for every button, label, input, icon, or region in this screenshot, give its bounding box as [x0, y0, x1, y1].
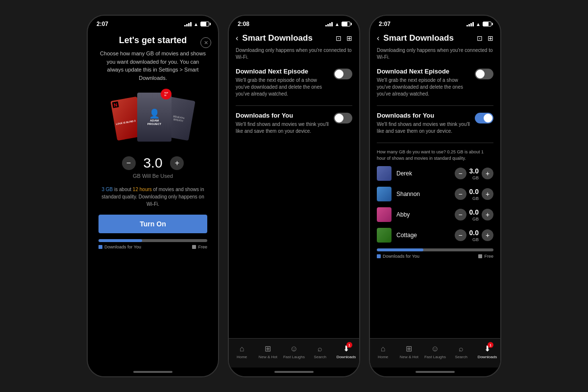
top10-badge: TOP10 [161, 89, 172, 99]
phone-3: 2:07 ▲ ‹ Smart Downloads ⊡ ⊞ Downloading… [369, 15, 501, 377]
download-next-text-2: Download Next Episode We'll grab the nex… [236, 68, 330, 98]
downloads-for-you-row-2: Downloads for You We'll find shows and m… [236, 112, 352, 135]
info-text: 3 GB is about 12 hours of movies and sho… [98, 186, 207, 208]
home-indicator-3 [370, 368, 500, 376]
status-time-2: 2:08 [238, 21, 249, 27]
tab-fast-laughs-2[interactable]: ☺ Fast Laughs [281, 344, 307, 359]
info-about: is about [114, 187, 133, 192]
gb-control-derek: − 3.0 GB + [455, 167, 493, 180]
status-bar-2: 2:08 ▲ [229, 16, 359, 29]
battery-icon-1 [200, 22, 209, 26]
cast-icon-3[interactable]: ⊡ [477, 34, 483, 42]
gb-unit-cottage: GB [469, 237, 479, 242]
gb-control-shannon: − 0.0 GB + [455, 187, 493, 201]
tab-downloads-3[interactable]: ⬇ 1 Downloads [474, 344, 500, 359]
gb-increase-abby[interactable]: + [482, 209, 493, 220]
profile-icon-2[interactable]: ⊞ [346, 34, 352, 42]
tab-fast-laughs-3[interactable]: ☺ Fast Laughs [422, 344, 448, 359]
downloads-for-you-toggle-2[interactable] [334, 113, 352, 123]
tab-downloads-label-2: Downloads [337, 355, 356, 359]
tab-search-3[interactable]: ⌕ Search [448, 344, 474, 359]
home-icon-2: ⌂ [240, 344, 245, 353]
gb-increase-cottage[interactable]: + [482, 229, 493, 241]
tab-search-2[interactable]: ⌕ Search [307, 344, 333, 359]
decrease-button[interactable]: − [122, 156, 136, 170]
tab-home-3[interactable]: ⌂ Home [370, 344, 396, 359]
home-icon-3: ⌂ [381, 344, 386, 353]
status-bar-1: 2:07 ▲ [88, 16, 218, 29]
increase-button[interactable]: + [170, 156, 184, 170]
turn-on-button[interactable]: Turn On [98, 215, 207, 233]
wifi-notice-3: Downloading only happens when you're con… [377, 47, 493, 61]
wifi-icon-3: ▲ [476, 22, 481, 27]
gb-decrease-shannon[interactable]: − [455, 188, 466, 200]
downloads-for-you-toggle-3[interactable] [475, 113, 493, 123]
user-row-shannon: Shannon − 0.0 GB + [377, 187, 493, 201]
cast-icon-2[interactable]: ⊡ [336, 34, 342, 42]
tab-new-hot-2[interactable]: ⊞ New & Hot [255, 344, 281, 359]
gb-decrease-abby[interactable]: − [455, 209, 466, 220]
signal-icon-3 [466, 22, 474, 26]
tab-home-label-3: Home [378, 355, 388, 359]
gb-number-abby: 0.0 [469, 208, 479, 216]
wifi-notice-2: Downloading only happens when you're con… [236, 47, 352, 61]
status-icons-1: ▲ [184, 22, 209, 27]
downloads-for-you-section-2: Downloads for You We'll find shows and m… [236, 112, 352, 135]
avatar-shannon [377, 187, 392, 201]
back-button-2[interactable]: ‹ [236, 34, 238, 43]
gb-increase-derek[interactable]: + [482, 168, 493, 179]
tab-new-hot-3[interactable]: ⊞ New & Hot [396, 344, 422, 359]
legend-free-3: Free [478, 254, 493, 259]
legend-dot-free-3 [478, 254, 482, 258]
header-icons-3: ⊡ ⊞ [477, 34, 493, 42]
gb-increase-shannon[interactable]: + [482, 188, 493, 200]
header-icons-2: ⊡ ⊞ [336, 34, 352, 42]
storage-bar [98, 239, 207, 242]
battery-icon-3 [483, 22, 491, 26]
screen3-title: Smart Downloads [383, 33, 473, 43]
tab-downloads-label-3: Downloads [478, 355, 497, 359]
user-row-cottage: Cottage − 0.0 GB + [377, 228, 493, 243]
user-name-derek: Derek [396, 170, 455, 177]
avatar-abby [377, 207, 392, 222]
info-hours: 12 hours [133, 187, 152, 192]
gb-decrease-cottage[interactable]: − [455, 229, 466, 241]
download-next-toggle-2[interactable] [334, 69, 352, 79]
home-indicator-1 [88, 368, 218, 376]
gb-unit-derek: GB [469, 175, 479, 180]
tab-home-2[interactable]: ⌂ Home [229, 344, 255, 359]
tab-fast-laughs-label-3: Fast Laughs [424, 355, 446, 359]
download-next-section-3: Download Next Episode We'll grab the nex… [377, 68, 493, 98]
battery-icon-2 [342, 22, 350, 26]
gb-number-cottage: 0.0 [469, 229, 479, 237]
downloads-icon-3: ⬇ 1 [484, 344, 490, 353]
counter-value: 3.0 [144, 155, 163, 171]
user-name-cottage: Cottage [396, 232, 455, 239]
gb-value-derek: 3.0 GB [469, 167, 479, 180]
phone-1: 2:07 ▲ ✕ Let's get started Choose how ma… [87, 15, 219, 377]
close-button[interactable]: ✕ [200, 37, 211, 48]
avatar-derek [377, 166, 392, 181]
back-button-3[interactable]: ‹ [377, 34, 379, 43]
gb-decrease-derek[interactable]: − [455, 168, 466, 179]
screen1-subtitle: Choose how many GB of movies and shows y… [98, 49, 207, 82]
downloads-for-you-section-3: Downloads for You We'll find shows and m… [377, 112, 493, 135]
legend-dot-free [192, 245, 196, 249]
new-hot-icon-2: ⊞ [265, 344, 271, 353]
info-gb: 3 GB [101, 187, 113, 192]
gb-control-cottage: − 0.0 GB + [455, 228, 493, 242]
movie-card-center: 👤 ADAMPROJECT [137, 93, 172, 142]
storage-legend: Downloads for You Free [98, 245, 207, 249]
download-next-desc-3: We'll grab the next episode of a show yo… [377, 77, 471, 98]
screen2-body: Downloading only happens when you're con… [229, 47, 359, 338]
profile-icon-3[interactable]: ⊞ [488, 34, 493, 42]
download-next-toggle-3[interactable] [475, 69, 493, 79]
status-icons-2: ▲ [325, 22, 350, 27]
status-time-3: 2:07 [379, 21, 391, 27]
tab-downloads-2[interactable]: ⬇ 1 Downloads [333, 344, 359, 359]
status-icons-3: ▲ [466, 22, 491, 27]
gb-value-cottage: 0.0 GB [469, 228, 479, 242]
status-time-1: 2:07 [97, 21, 108, 27]
tab-search-label-2: Search [314, 355, 326, 359]
divider-3b [377, 143, 493, 143]
